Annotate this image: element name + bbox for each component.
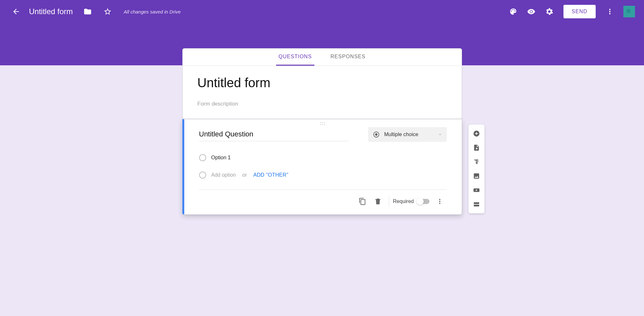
form-title-header[interactable]: Untitled form [29, 7, 73, 16]
footer-divider [389, 196, 389, 207]
back-button[interactable] [9, 5, 23, 19]
tabs: QUESTIONS RESPONSES [183, 49, 462, 66]
duplicate-button[interactable] [355, 194, 370, 209]
import-icon [473, 144, 480, 151]
option-label[interactable]: Option 1 [211, 155, 231, 161]
add-option-button[interactable]: Add option [211, 172, 236, 178]
form-title-input[interactable]: Untitled form [197, 76, 447, 92]
theme-button[interactable] [506, 5, 520, 19]
settings-button[interactable] [542, 5, 556, 19]
section-icon [473, 201, 480, 208]
drag-handle[interactable] [184, 119, 462, 126]
delete-button[interactable] [371, 194, 385, 209]
svg-point-3 [321, 124, 322, 125]
image-icon [473, 172, 480, 180]
question-type-selector[interactable]: Multiple choice [368, 127, 447, 142]
preview-button[interactable] [524, 5, 538, 19]
add-video-button[interactable] [469, 183, 484, 197]
svg-point-6 [375, 133, 377, 135]
form-description-input[interactable]: Form description [197, 101, 447, 107]
more-menu-button[interactable] [603, 5, 617, 19]
floating-toolbar [468, 125, 485, 213]
svg-point-5 [324, 124, 325, 125]
more-vert-icon [606, 7, 614, 16]
account-avatar[interactable] [623, 6, 635, 17]
add-option-row: Add option or ADD "OTHER" [199, 168, 447, 182]
add-other-button[interactable]: ADD "OTHER" [253, 172, 288, 178]
svg-point-4 [322, 124, 323, 125]
toolbar-left: Untitled form All changes saved in Drive [9, 5, 181, 19]
add-section-button[interactable] [469, 197, 484, 211]
radio-icon [373, 131, 380, 138]
more-vert-icon [436, 198, 444, 205]
copy-icon [359, 198, 366, 205]
svg-point-0 [321, 122, 322, 123]
form-header-card: QUESTIONS RESPONSES Untitled form Form d… [182, 48, 462, 119]
caret-down-icon [438, 132, 442, 137]
eye-icon [527, 7, 535, 16]
question-title-input[interactable] [199, 128, 349, 141]
required-toggle[interactable] [417, 199, 429, 204]
add-image-button[interactable] [469, 169, 484, 183]
star-outline-icon [103, 7, 112, 16]
video-icon [473, 187, 480, 194]
star-button[interactable] [101, 5, 115, 19]
add-title-button[interactable] [469, 155, 484, 169]
form-stage: QUESTIONS RESPONSES Untitled form Form d… [182, 48, 462, 215]
text-icon [473, 158, 480, 165]
palette-icon [509, 7, 517, 16]
question-type-label: Multiple choice [384, 132, 433, 137]
toolbar: Untitled form All changes saved in Drive [0, 0, 644, 23]
or-text: or [242, 172, 247, 178]
required-label: Required [393, 199, 414, 204]
save-status: All changes saved in Drive [124, 9, 181, 14]
option-row[interactable]: Option 1 [199, 151, 447, 164]
add-circle-icon [473, 130, 480, 137]
arrow-left-icon [12, 7, 20, 16]
import-questions-button[interactable] [469, 141, 484, 155]
move-to-folder-button[interactable] [81, 5, 95, 19]
question-card: Multiple choice Option 1 Add option or A… [182, 119, 462, 215]
trash-icon [374, 198, 382, 205]
send-button[interactable]: SEND [563, 5, 596, 18]
question-footer: Required [199, 190, 447, 214]
add-question-button[interactable] [469, 126, 484, 141]
radio-outline-icon [199, 172, 206, 179]
options-list: Option 1 Add option or ADD "OTHER" [199, 151, 447, 182]
radio-outline-icon [199, 154, 206, 161]
drag-handle-icon [320, 122, 325, 126]
gear-icon [545, 7, 553, 16]
tab-questions[interactable]: QUESTIONS [276, 49, 314, 66]
svg-point-2 [324, 122, 325, 123]
svg-point-1 [322, 122, 323, 123]
folder-icon [83, 7, 92, 16]
question-more-button[interactable] [433, 194, 447, 209]
tab-responses[interactable]: RESPONSES [328, 49, 368, 66]
